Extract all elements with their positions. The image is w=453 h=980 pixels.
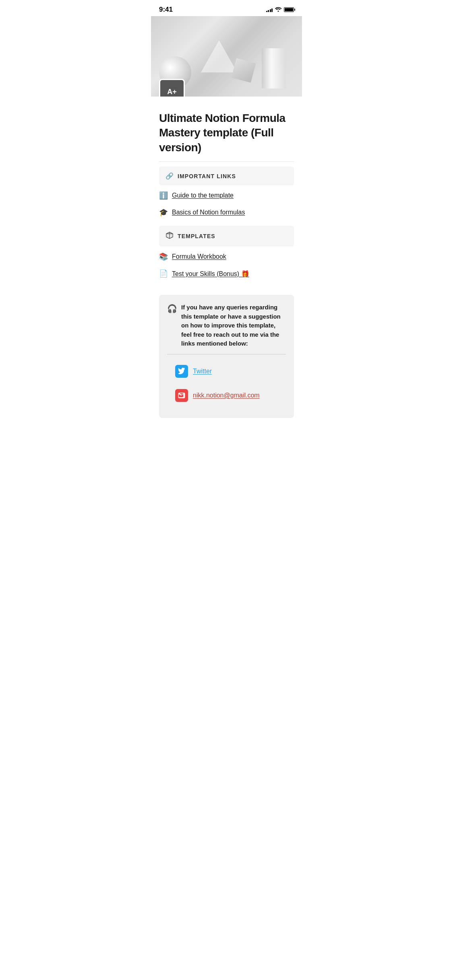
- hero-image: A+: [151, 16, 302, 97]
- box-icon: [165, 231, 174, 241]
- email-social-item[interactable]: nikk.notion@gmail.com: [167, 386, 286, 405]
- email-link[interactable]: nikk.notion@gmail.com: [193, 392, 260, 399]
- support-block: 🎧 If you have any queries regarding this…: [159, 295, 294, 418]
- test-skills-item[interactable]: 📄 Test your Skills (Bonus) 🎁: [151, 265, 302, 282]
- app-icon-label: A+: [167, 88, 177, 95]
- email-icon: [175, 389, 188, 402]
- support-text: If you have any queries regarding this t…: [181, 303, 286, 348]
- basics-link-item[interactable]: 🎓 Basics of Notion formulas: [151, 204, 302, 221]
- twitter-icon: [175, 365, 188, 378]
- support-header: 🎧 If you have any queries regarding this…: [167, 303, 286, 348]
- formula-workbook-text: Formula Workbook: [172, 253, 226, 260]
- signal-bars-icon: [266, 7, 273, 12]
- templates-title: Templates: [178, 233, 215, 239]
- status-icons: [266, 6, 294, 13]
- guide-link-text: Guide to the template: [172, 192, 234, 199]
- info-icon: ℹ️: [159, 191, 168, 200]
- important-links-header: 🔗 Important Links: [159, 167, 294, 185]
- twitter-link[interactable]: Twitter: [193, 368, 212, 375]
- book-icon: 📚: [159, 252, 168, 261]
- important-links-title: Important Links: [178, 173, 236, 179]
- triangle-shape: [201, 40, 237, 72]
- app-icon: A+: [159, 79, 185, 97]
- spacer-1: [151, 282, 302, 295]
- test-skills-text: Test your Skills (Bonus) 🎁: [172, 270, 249, 278]
- guide-link-item[interactable]: ℹ️ Guide to the template: [151, 187, 302, 204]
- page-icon: 📄: [159, 269, 168, 278]
- bottom-spacer: [151, 418, 302, 434]
- page-title-section: Ultimate Notion Formula Mastery template…: [151, 97, 302, 161]
- support-divider: [167, 354, 286, 354]
- templates-header: Templates: [159, 226, 294, 247]
- twitter-social-item[interactable]: Twitter: [167, 362, 286, 381]
- status-bar: 9:41: [151, 0, 302, 16]
- formula-workbook-item[interactable]: 📚 Formula Workbook: [151, 248, 302, 265]
- headset-icon: 🎧: [167, 304, 177, 313]
- status-time: 9:41: [159, 6, 173, 14]
- battery-icon: [284, 7, 294, 12]
- page-title: Ultimate Notion Formula Mastery template…: [159, 111, 294, 155]
- graduation-icon: 🎓: [159, 208, 168, 217]
- basics-link-text: Basics of Notion formulas: [172, 209, 245, 216]
- title-divider: [159, 161, 294, 162]
- cylinder-shape: [262, 48, 286, 89]
- wifi-icon: [275, 6, 281, 13]
- link-icon: 🔗: [165, 172, 174, 180]
